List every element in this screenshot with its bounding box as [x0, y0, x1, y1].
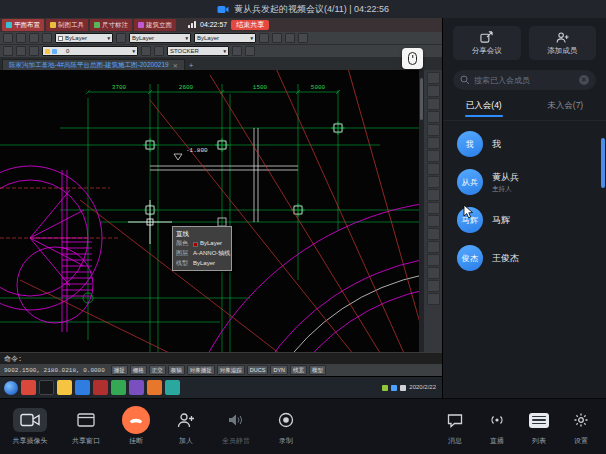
cad-tool-icon: [427, 111, 440, 123]
participant-row[interactable]: 我 我: [443, 125, 606, 163]
gear-icon: [573, 412, 589, 428]
avatar: 从兵: [457, 169, 483, 195]
share-icon: [480, 31, 493, 44]
svg-text:5000: 5000: [311, 84, 326, 91]
tooltip-color-swatch: [193, 242, 198, 247]
participant-row[interactable]: 俊杰 王俊杰: [443, 239, 606, 277]
start-button-icon: [4, 381, 18, 395]
participants-panel: 分享会议 添加成员 ✕ 已入会(4) 未入会(7) 我 我: [442, 18, 606, 398]
share-camera-button[interactable]: 共享摄像头: [4, 407, 56, 446]
cad-tool-icon: [427, 202, 440, 214]
cad-statusbar: 9002.1500, 2180.0218, 0.0000 捕捉 栅格 正交 极轴…: [0, 364, 442, 376]
record-button[interactable]: 录制: [266, 407, 306, 446]
cad-file-tab: 陈家沟加工基地-4#高陈平台总图-建筑施工图-20200219✕: [2, 59, 185, 70]
participant-row[interactable]: 从兵 黄从兵主持人: [443, 163, 606, 201]
taskbar-app-icon: [111, 380, 126, 395]
live-button[interactable]: 直播: [480, 407, 514, 446]
phone-down-icon: [128, 412, 144, 428]
taskbar-app-icon: [75, 380, 90, 395]
tray-icon: [391, 385, 397, 391]
video-camera-icon: [217, 5, 229, 14]
cad-tool-icon: [427, 124, 440, 136]
search-input[interactable]: [474, 76, 575, 85]
avatar: 俊杰: [457, 245, 483, 271]
cad-toolbar-properties: ByLayer▾ ByLayer▾ ByLayer▾: [0, 32, 442, 45]
cad-command-line: 命令:: [0, 352, 442, 364]
participant-name: 王俊杰: [492, 252, 519, 265]
person-add-icon: [556, 31, 569, 44]
search-icon: [460, 75, 470, 85]
windows-taskbar: 2020/2/22: [0, 376, 442, 398]
share-meeting-button[interactable]: 分享会议: [453, 26, 521, 60]
taskbar-clock: 2020/2/22: [409, 384, 438, 391]
cad-tool-icon: [259, 33, 269, 43]
speaker-icon: [228, 413, 244, 427]
tab-not-joined[interactable]: 未入会(7): [525, 100, 606, 120]
tab-joined[interactable]: 已入会(4): [443, 100, 525, 120]
cad-tool-icon: [298, 33, 308, 43]
add-member-button[interactable]: 添加成员: [529, 26, 597, 60]
screen-share-view: 平面布置 制图工具 尺寸标注 建筑立面 04:22:57 结束共享 ByLaye…: [0, 18, 442, 398]
record-icon: [278, 412, 294, 428]
ribbon-tab-icon: [94, 22, 100, 28]
camera-icon: [20, 413, 40, 427]
panel-scrollbar-thumb[interactable]: [601, 138, 605, 188]
mouse-indicator[interactable]: [402, 48, 423, 69]
taskbar-app-icon: [39, 380, 54, 395]
ribbon-tab-icon: [138, 22, 144, 28]
hangup-circle: [122, 406, 150, 434]
participant-role: 主持人: [492, 185, 519, 194]
layer-freeze-icon: [52, 49, 57, 54]
taskbar-app-icon: [21, 380, 36, 395]
taskbar-app-icon: [129, 380, 144, 395]
cad-tool-icon: [427, 215, 440, 227]
mouse-icon: [408, 52, 417, 65]
list-icon: [529, 413, 549, 428]
tray-icon: [400, 385, 406, 391]
toggle-ortho: 正交: [149, 365, 166, 375]
close-icon: ✕: [173, 62, 178, 69]
message-button[interactable]: 消息: [438, 407, 472, 446]
hangup-button[interactable]: 挂断: [116, 407, 156, 446]
cad-tool-icon: [3, 46, 13, 56]
stop-sharing-button[interactable]: 结束共享: [231, 20, 269, 30]
toggle-otrack: 对象追踪: [217, 365, 245, 375]
cad-drawing-area: 3700 2600 1500 5000: [0, 70, 442, 352]
cad-ribbon-tab: 平面布置: [2, 19, 44, 31]
taskbar-app-icon: [165, 380, 180, 395]
avatar: 我: [457, 131, 483, 157]
lineweight-combo: ByLayer▾: [194, 33, 256, 43]
participant-name: 我: [492, 138, 501, 151]
participant-list: 我 我 从兵 黄从兵主持人 马辉 马辉 俊杰 王俊杰: [443, 125, 606, 277]
cad-tool-icon: [427, 241, 440, 253]
cad-tool-icon: [42, 33, 52, 43]
cad-tooltip: 直线 颜色ByLayer 图层A-ANNO-轴线 线型ByLayer: [172, 226, 232, 271]
color-combo: ByLayer▾: [55, 33, 113, 43]
cad-tool-icon: [116, 33, 126, 43]
titlebar: 黄从兵发起的视频会议(4/11) | 04:22:56: [0, 0, 606, 18]
cad-tool-icon: [29, 33, 39, 43]
share-window-button[interactable]: 共享窗口: [66, 407, 106, 446]
settings-button[interactable]: 设置: [564, 407, 598, 446]
cad-tool-icon: [16, 33, 26, 43]
tray-icon: [382, 385, 388, 391]
cad-side-toolbar: [424, 70, 442, 352]
svg-text:3700: 3700: [112, 84, 127, 91]
meeting-window: 黄从兵发起的视频会议(4/11) | 04:22:56 平面布置 制图工具 尺寸…: [0, 0, 606, 454]
meeting-toolbar: 共享摄像头 共享窗口 挂断 加人 全员静音 录制: [0, 398, 606, 454]
cad-tool-icon: [427, 254, 440, 266]
ribbon-tab-icon: [50, 22, 56, 28]
cad-file-tabs: 陈家沟加工基地-4#高陈平台总图-建筑施工图-20200219✕ +: [0, 58, 442, 70]
cad-tool-icon: [427, 267, 440, 279]
member-list-button[interactable]: 列表: [522, 407, 556, 446]
linetype-combo: ByLayer▾: [129, 33, 191, 43]
clear-search-icon[interactable]: ✕: [579, 75, 589, 85]
search-box[interactable]: ✕: [453, 70, 596, 90]
cad-tool-icon: [141, 46, 151, 56]
signal-icon: [188, 21, 196, 28]
add-person-button[interactable]: 加人: [166, 407, 206, 446]
mute-all-button[interactable]: 全员静音: [216, 407, 256, 446]
taskbar-app-icon: [147, 380, 162, 395]
sharing-timer: 04:22:57: [200, 21, 227, 28]
cad-tool-icon: [272, 33, 282, 43]
